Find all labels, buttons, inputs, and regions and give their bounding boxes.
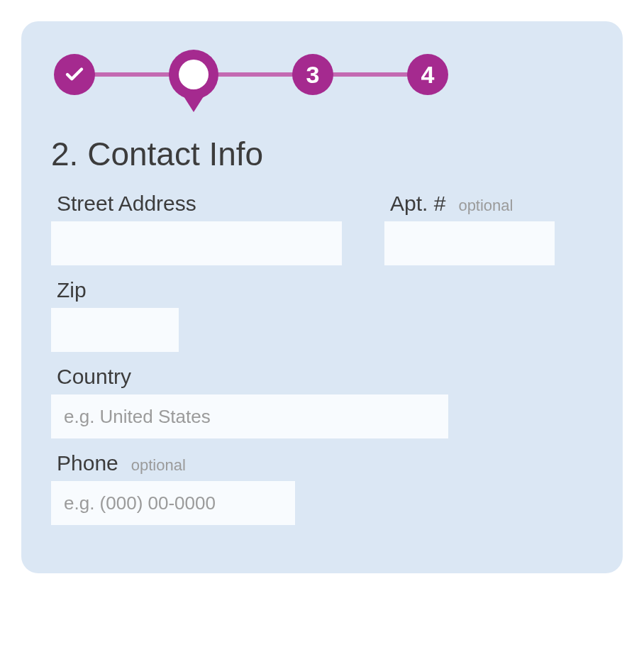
apt-input[interactable] (384, 221, 555, 265)
checkmark-icon (64, 64, 85, 85)
country-input[interactable] (51, 394, 448, 438)
street-input[interactable] (51, 221, 342, 265)
step-1-complete[interactable] (54, 54, 95, 95)
country-label: Country (57, 365, 131, 389)
page-title: 2. Contact Info (47, 135, 597, 173)
apt-optional: optional (458, 197, 513, 215)
apt-label: Apt. # (390, 192, 445, 216)
step-connector (332, 72, 409, 77)
zip-input[interactable] (51, 308, 179, 352)
zip-label: Zip (57, 278, 87, 302)
step-2-current[interactable] (169, 50, 218, 99)
street-label: Street Address (57, 192, 196, 216)
step-3[interactable]: 3 (292, 54, 333, 95)
contact-info-card: 3 4 2. Contact Info Street Address Apt. … (21, 21, 623, 573)
progress-stepper: 3 4 (47, 50, 597, 99)
phone-optional: optional (131, 456, 186, 475)
step-number: 2. (51, 136, 78, 172)
step-connector (217, 72, 294, 77)
phone-label: Phone (57, 451, 118, 475)
current-step-dot (179, 60, 209, 89)
step-4[interactable]: 4 (407, 54, 448, 95)
step-connector (94, 72, 170, 77)
step-title-text: Contact Info (87, 136, 263, 172)
phone-input[interactable] (51, 481, 295, 525)
